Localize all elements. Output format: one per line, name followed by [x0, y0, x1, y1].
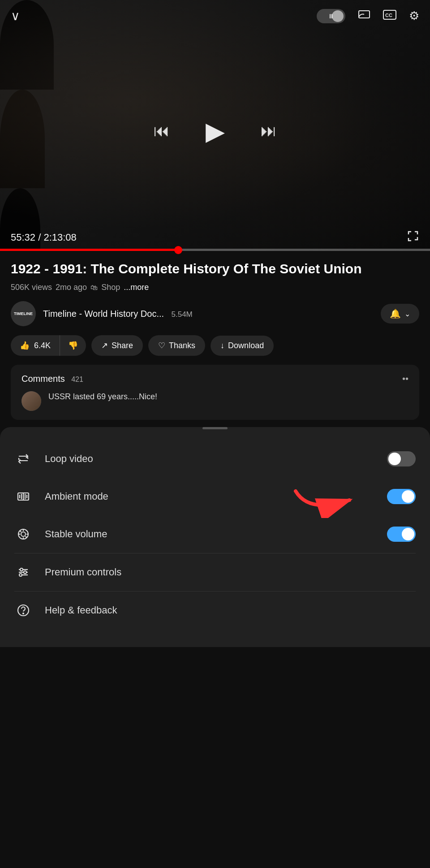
bottom-sheet-handle [202, 427, 228, 429]
comments-count: 421 [71, 376, 83, 383]
time-display: 55:32 / 2:13:08 [11, 232, 77, 243]
loop-video-label: Loop video [45, 453, 93, 465]
channel-avatar[interactable]: TIMELINE [11, 301, 36, 326]
bottom-sheet: Loop video [0, 427, 430, 647]
loop-video-icon [14, 450, 32, 468]
comments-title: Comments [22, 374, 65, 384]
premium-controls-label: Premium controls [45, 566, 121, 578]
settings-icon[interactable]: ⚙ [409, 9, 419, 23]
video-meta: 506K views 2mo ago 🛍 Shop ...more [11, 283, 419, 292]
content-area: 1922 - 1991: The Complete History Of The… [0, 251, 430, 420]
help-feedback-label: Help & feedback [45, 605, 117, 616]
svg-point-25 [23, 613, 24, 614]
dislike-button[interactable]: 👎 [60, 335, 86, 356]
sheet-item-ambient-mode: Ambient mode [0, 478, 430, 515]
progress-bar[interactable] [0, 249, 430, 251]
svg-point-23 [19, 574, 22, 576]
svg-point-22 [24, 571, 26, 574]
svg-line-16 [20, 531, 22, 532]
pause-icon: ⏸ [328, 13, 334, 20]
sheet-item-stable-volume: Stable volume [0, 515, 430, 553]
comment-row: USSR lasted 69 years.....Nice! [22, 391, 408, 411]
sheet-item-premium-controls[interactable]: Premium controls [0, 553, 430, 591]
stable-volume-toggle[interactable] [387, 527, 416, 542]
like-dislike-group: 👍 6.4K 👎 [11, 335, 86, 356]
more-link[interactable]: ...more [124, 283, 149, 292]
play-button[interactable]: ▶ [206, 117, 225, 146]
ambient-mode-label: Ambient mode [45, 491, 108, 502]
comments-sort-icon[interactable]: •• [402, 374, 408, 384]
loop-video-toggle[interactable] [387, 451, 416, 466]
thanks-button[interactable]: ♡ Thanks [148, 335, 205, 356]
cast-icon[interactable] [358, 8, 370, 24]
comments-section[interactable]: Comments 421 •• USSR lasted 69 years....… [11, 365, 419, 420]
premium-controls-icon [14, 563, 32, 581]
ambient-mode-toggle[interactable] [387, 489, 416, 504]
like-count: 6.4K [34, 341, 51, 350]
comment-avatar [22, 391, 41, 411]
help-icon [14, 601, 32, 619]
shop-icon: 🛍 [90, 284, 98, 292]
download-icon: ↓ [220, 341, 224, 350]
next-button[interactable]: ⏭ [261, 121, 277, 140]
fullscreen-icon[interactable] [407, 230, 419, 245]
share-icon: ↗ [101, 341, 108, 350]
action-buttons: 👍 6.4K 👎 ↗ Share ♡ Thanks ↓ Download [11, 335, 419, 356]
video-title: 1922 - 1991: The Complete History Of The… [11, 260, 419, 277]
thumbs-up-icon: 👍 [20, 341, 30, 350]
download-button[interactable]: ↓ Download [211, 336, 274, 356]
video-top-bar: ∨ ⏸ CC ⚙ [0, 0, 430, 32]
channel-subs: 5.54M [172, 310, 193, 319]
playback-controls: ⏮ ▶ ⏭ [0, 32, 430, 230]
subscribe-chevron-icon: ⌄ [404, 310, 410, 318]
bell-icon: 🔔 [390, 308, 401, 319]
share-button[interactable]: ↗ Share [91, 335, 143, 356]
sheet-item-loop-video: Loop video [0, 440, 430, 478]
channel-row: TIMELINE Timeline - World History Doc...… [11, 301, 419, 326]
stable-volume-icon [14, 525, 32, 543]
stable-volume-label: Stable volume [45, 528, 107, 540]
prev-button[interactable]: ⏮ [154, 121, 170, 140]
subscribe-bell-button[interactable]: 🔔 ⌄ [381, 304, 419, 324]
channel-name[interactable]: Timeline - World History Doc... [43, 309, 164, 319]
comment-text: USSR lasted 69 years.....Nice! [48, 391, 157, 402]
ambient-mode-row-wrapper: Ambient mode [0, 478, 430, 515]
sheet-items-wrapper: Loop video [0, 440, 430, 629]
like-button[interactable]: 👍 6.4K [11, 335, 60, 356]
ambient-mode-icon [14, 488, 32, 505]
pause-toggle[interactable]: ⏸ [317, 9, 345, 23]
video-bottom-bar: 55:32 / 2:13:08 [0, 230, 430, 251]
progress-dot [174, 246, 182, 254]
thanks-icon: ♡ [158, 341, 165, 350]
progress-fill [0, 249, 178, 251]
svg-point-21 [20, 568, 23, 571]
svg-text:CC: CC [385, 13, 392, 18]
chevron-down-icon[interactable]: ∨ [11, 9, 20, 23]
svg-line-17 [26, 536, 27, 538]
thumbs-down-icon: 👎 [68, 341, 78, 350]
cc-icon[interactable]: CC [383, 9, 396, 23]
sheet-item-help-feedback[interactable]: Help & feedback [0, 592, 430, 629]
svg-point-11 [21, 532, 26, 536]
video-player[interactable]: ∨ ⏸ CC ⚙ [0, 0, 430, 251]
